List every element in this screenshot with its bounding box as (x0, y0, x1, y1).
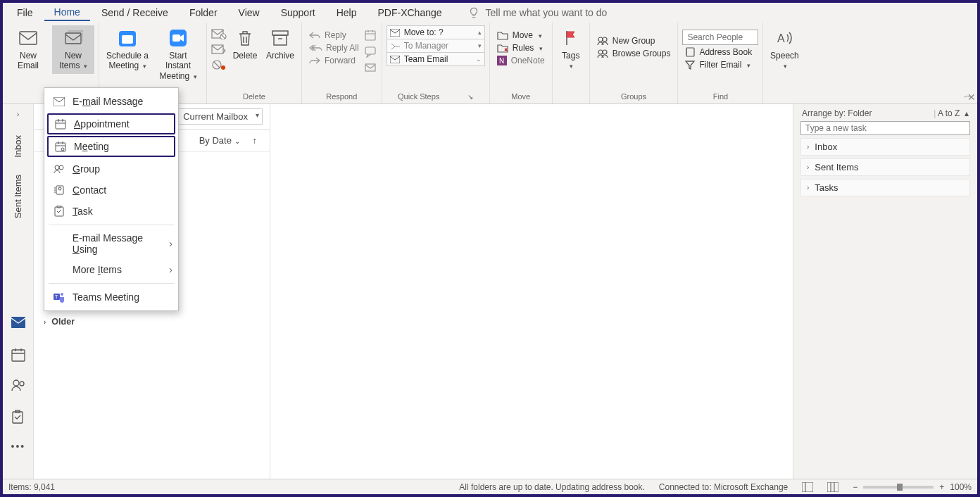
search-people-input[interactable] (682, 30, 758, 45)
speech-button[interactable]: A Speech (767, 25, 801, 74)
im-reply-icon[interactable] (365, 46, 377, 58)
menu-teams-meeting[interactable]: T Teams Meeting (44, 287, 178, 308)
sort-direction-icon[interactable]: ↑ (253, 135, 258, 146)
status-sync: All folders are up to date. Updating add… (459, 482, 645, 492)
menu-folder[interactable]: Folder (180, 5, 227, 20)
mail-icon (53, 95, 65, 108)
svg-rect-40 (12, 350, 25, 361)
new-task-input[interactable] (800, 121, 970, 135)
new-group-button[interactable]: New Group (594, 35, 674, 46)
new-email-button[interactable]: New Email (7, 25, 49, 74)
rail-sent-items[interactable]: Sent Items (13, 175, 23, 218)
cleanup-icon[interactable] (211, 44, 227, 55)
tell-me[interactable]: Tell me what you want to do (467, 6, 608, 19)
menu-task[interactable]: Task (44, 201, 178, 222)
arrange-by-label[interactable]: Arrange by: Folder (802, 108, 872, 118)
menu-group[interactable]: Group (44, 158, 178, 180)
svg-rect-39 (11, 317, 25, 328)
group-icon (53, 163, 65, 175)
group-older[interactable]: ›Older (34, 314, 270, 329)
task-folder-tasks[interactable]: ›Tasks (800, 179, 970, 196)
menu-email-message[interactable]: E-mail Message (44, 91, 178, 112)
zoom-out-icon[interactable]: − (853, 482, 857, 492)
menu-meeting-label: Meeting (74, 141, 109, 152)
more-respond-icon[interactable] (365, 63, 377, 75)
delete-button[interactable]: Delete (230, 25, 260, 63)
menu-email-message-label: E-mail Message (73, 96, 143, 107)
search-scope-dropdown[interactable]: Current Mailbox (177, 108, 263, 125)
calendar-module-icon[interactable] (11, 348, 25, 362)
view-reading-icon[interactable] (827, 482, 838, 492)
svg-point-33 (58, 187, 61, 190)
svg-rect-24 (686, 48, 694, 56)
todo-bar: ✕ Arrange by: Folder | A to Z ▴ ›Inbox ›… (793, 104, 977, 479)
menu-help[interactable]: Help (327, 5, 367, 20)
menu-appointment[interactable]: Appointment (47, 113, 175, 134)
menu-send-receive[interactable]: Send / Receive (92, 5, 178, 20)
menu-appointment-label: Appointment (74, 118, 130, 130)
sort-by-date[interactable]: By Date ⌄ (199, 135, 240, 146)
group-delete-label: Delete (243, 92, 265, 102)
new-items-button[interactable]: New Items (52, 25, 94, 74)
task-folder-sent[interactable]: ›Sent Items (800, 158, 970, 176)
rail-inbox[interactable]: Inbox (13, 135, 23, 158)
zoom-video-icon (168, 28, 188, 48)
menu-meeting[interactable]: Meeting (47, 136, 175, 157)
schedule-meeting-button[interactable]: Schedule a Meeting (103, 25, 151, 74)
onenote-button[interactable]: NOneNote (494, 55, 548, 66)
menu-contact[interactable]: Contact (44, 180, 178, 201)
menu-home[interactable]: Home (44, 4, 90, 21)
address-book-button[interactable]: Address Book (682, 46, 758, 58)
read-aloud-icon: A (774, 28, 794, 48)
rules-button[interactable]: Rules (494, 42, 548, 54)
more-modules-icon[interactable]: ••• (11, 441, 25, 455)
zoom-calendar-icon (118, 28, 137, 48)
quicksteps-launcher-icon[interactable]: ↘ (467, 93, 473, 101)
svg-point-22 (598, 50, 603, 54)
mail-module-icon[interactable] (11, 317, 25, 331)
meeting-reply-icon[interactable] (365, 30, 377, 41)
start-instant-meeting-button[interactable]: Start Instant Meeting (154, 25, 202, 84)
close-todo-bar-icon[interactable]: ✕ (967, 92, 976, 103)
svg-rect-12 (274, 35, 287, 45)
tags-button[interactable]: Tags (557, 25, 585, 74)
svg-rect-0 (20, 32, 37, 44)
forward-button[interactable]: Forward (306, 55, 362, 66)
reply-button[interactable]: Reply (306, 30, 362, 41)
zoom-slider[interactable]: − + 100% (853, 482, 972, 492)
svg-rect-15 (365, 64, 375, 71)
junk-icon[interactable] (211, 59, 227, 70)
group-groups-label: Groups (621, 92, 646, 102)
menu-pdfxchange[interactable]: PDF-XChange (368, 5, 452, 20)
reply-all-button[interactable]: Reply All (306, 42, 362, 54)
sort-order[interactable]: | A to Z ▴ (934, 108, 969, 118)
browse-groups-button[interactable]: Browse Groups (594, 48, 674, 59)
menu-support[interactable]: Support (271, 5, 325, 20)
delete-label: Delete (233, 51, 258, 61)
task-folder-inbox[interactable]: ›Inbox (800, 138, 970, 156)
svg-text:N: N (499, 57, 504, 65)
quick-steps-gallery[interactable]: Move to: ?▴ To Manager▾ Team Email⌄ (387, 25, 485, 65)
tasks-module-icon[interactable] (11, 410, 25, 424)
reading-pane (270, 104, 793, 479)
menu-file[interactable]: File (7, 5, 43, 20)
svg-rect-8 (212, 45, 223, 54)
archive-icon (270, 28, 290, 48)
filter-email-button[interactable]: Filter Email (682, 59, 758, 70)
menu-more-items[interactable]: More Items (44, 259, 178, 280)
menu-email-using[interactable]: E-mail Message Using (44, 228, 178, 259)
menubar: File Home Send / Receive Folder View Sup… (3, 3, 977, 23)
ignore-icon[interactable] (211, 28, 227, 39)
move-button[interactable]: Move (494, 30, 548, 41)
people-module-icon[interactable] (11, 379, 25, 393)
zoom-in-icon[interactable]: + (939, 482, 944, 492)
flag-icon (561, 28, 581, 48)
archive-button[interactable]: Archive (263, 25, 297, 63)
menu-view[interactable]: View (229, 5, 270, 20)
archive-label: Archive (266, 51, 294, 61)
menu-teams-meeting-label: Teams Meeting (73, 291, 139, 303)
start-instant-label: Start Instant Meeting (156, 51, 201, 81)
svg-rect-43 (13, 412, 23, 423)
rail-expand-icon[interactable]: › (17, 110, 20, 118)
view-normal-icon[interactable] (802, 482, 813, 492)
